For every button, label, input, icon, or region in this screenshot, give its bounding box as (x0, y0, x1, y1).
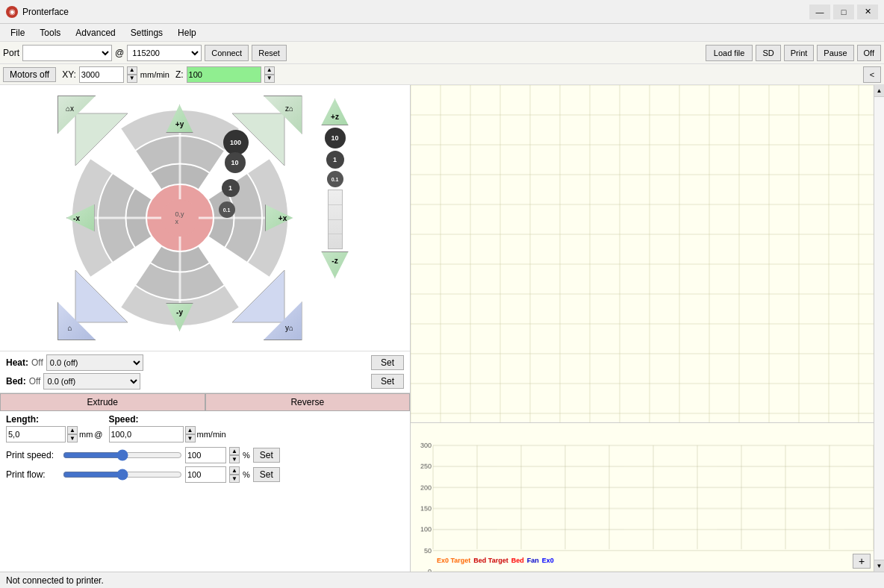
minimize-button[interactable]: — (809, 4, 830, 19)
baud-select[interactable]: 115200 (127, 45, 202, 61)
print-speed-input[interactable] (185, 447, 226, 463)
port-select[interactable] (22, 45, 112, 61)
speed-up-btn[interactable]: ▲ (185, 426, 196, 434)
collapse-button[interactable]: < (863, 66, 881, 83)
menu-advanced[interactable]: Advanced (68, 26, 122, 40)
length-input[interactable] (6, 426, 66, 442)
z-1-badge[interactable]: 1 (326, 151, 344, 169)
distance-1-badge[interactable]: 1 (222, 179, 240, 197)
pf-set-button[interactable]: Set (253, 467, 280, 482)
bed-row: Bed: Off 0.0 (off) Set (6, 373, 404, 390)
pf-up-btn[interactable]: ▲ (229, 466, 240, 475)
plus-z-button[interactable]: +z (316, 98, 355, 125)
length-input-row: ▲ ▼ mm @ (6, 426, 103, 442)
extrude-speed-input[interactable] (109, 426, 184, 442)
status-message: Not connected to printer. (6, 575, 104, 586)
menu-tools[interactable]: Tools (32, 26, 68, 40)
xy-up-btn[interactable]: ▲ (127, 66, 137, 75)
z-10-badge[interactable]: 10 (325, 128, 346, 148)
pf-down-btn[interactable]: ▼ (229, 475, 240, 483)
z-slider[interactable] (328, 190, 343, 249)
distance-01-badge[interactable]: 0.1 (219, 201, 235, 218)
z-down-btn[interactable]: ▼ (264, 75, 275, 83)
z-spinners: ▲ ▼ (264, 66, 275, 83)
app-icon (6, 6, 18, 18)
extrude-buttons: Extrude Reverse (0, 392, 410, 411)
menu-settings[interactable]: Settings (123, 26, 170, 40)
chart-plus-button[interactable]: + (853, 554, 871, 569)
print-flow-label: Print flow: (6, 469, 60, 480)
ps-spinners: ▲ ▼ (229, 447, 240, 463)
z-01-badge[interactable]: 0.1 (327, 171, 343, 187)
print-flow-row: Print flow: ▲ ▼ % Set (0, 465, 410, 484)
center-button[interactable]: 0,yx (161, 199, 199, 237)
ps-set-button[interactable]: Set (253, 448, 280, 463)
motors-off-button[interactable]: Motors off (3, 67, 56, 82)
heat-controls: Heat: Off 0.0 (off) Set Bed: Off 0.0 (of… (0, 351, 410, 392)
bed-select[interactable]: 0.0 (off) (43, 373, 140, 390)
speed-group: Speed: ▲ ▼ mm/min (109, 414, 226, 442)
heat-select[interactable]: 0.0 (off) (46, 354, 143, 371)
svg-marker-5 (75, 270, 128, 322)
z10-label: 10 (331, 134, 338, 142)
app-title: Pronterface (22, 7, 809, 17)
right-panel: + (411, 85, 874, 572)
reverse-button[interactable]: Reverse (205, 393, 411, 411)
xy-label: XY: (62, 69, 76, 80)
scroll-down-btn[interactable]: ▼ (874, 560, 884, 572)
ps-up-btn[interactable]: ▲ (229, 447, 240, 455)
z-up-btn[interactable]: ▲ (264, 66, 275, 75)
close-button[interactable]: ✕ (857, 4, 878, 19)
minus-z-button[interactable]: -z (316, 251, 355, 278)
jog-area: +y -y +x -x ⌂x (0, 85, 410, 351)
mm-min-label: mm/min (140, 70, 169, 79)
menu-file[interactable]: File (3, 26, 32, 40)
heat-set-button[interactable]: Set (371, 355, 404, 370)
heat-off-label: Off (31, 357, 43, 368)
xy-down-btn[interactable]: ▼ (127, 75, 137, 83)
z-speed-input[interactable] (187, 66, 261, 83)
print-speed-slider[interactable] (63, 449, 182, 461)
d100-label: 100 (230, 139, 241, 146)
off-button[interactable]: Off (857, 45, 881, 61)
minus-z-label: -z (332, 257, 337, 265)
main-content: +y -y +x -x ⌂x (0, 85, 884, 572)
scrollbar[interactable]: ▲ ▼ (874, 85, 884, 572)
length-up-btn[interactable]: ▲ (67, 426, 78, 434)
maximize-button[interactable]: □ (833, 4, 854, 19)
d10-label: 10 (231, 159, 238, 166)
bed-label: Bed: (6, 376, 26, 387)
length-down-btn[interactable]: ▼ (67, 434, 78, 442)
at-symbol2: @ (94, 430, 102, 439)
extrude-button[interactable]: Extrude (0, 393, 205, 411)
connect-button[interactable]: Connect (205, 45, 249, 61)
distance-10-badge[interactable]: 10 (225, 152, 246, 173)
d01-label: 0.1 (223, 207, 231, 213)
print-speed-label: Print speed: (6, 450, 60, 460)
toolbar: Port @ 115200 Connect Reset Load file SD… (0, 42, 884, 64)
reset-button[interactable]: Reset (252, 45, 287, 61)
speed-unit: mm/min (197, 430, 226, 439)
speed-input-row: ▲ ▼ mm/min (109, 426, 226, 442)
speed-spinners: ▲ ▼ (185, 426, 196, 442)
xy-speed-input[interactable] (79, 66, 124, 83)
ps-down-btn[interactable]: ▼ (229, 455, 240, 463)
distance-100-badge[interactable]: 100 (223, 130, 249, 155)
length-spinners: ▲ ▼ (67, 426, 78, 442)
z-jog: +z 10 1 0.1 (313, 91, 358, 278)
pause-button[interactable]: Pause (817, 45, 853, 61)
length-speed-row: Length: ▲ ▼ mm @ Speed: ▲ ▼ (0, 411, 410, 445)
print-flow-input[interactable] (185, 466, 226, 483)
chart-canvas (411, 423, 874, 572)
pf-spinners: ▲ ▼ (229, 466, 240, 483)
grid-canvas (411, 85, 874, 422)
center-label: 0,yx (175, 210, 184, 225)
print-flow-slider[interactable] (63, 469, 182, 481)
menu-help[interactable]: Help (170, 26, 204, 40)
print-button[interactable]: Print (784, 45, 815, 61)
scroll-up-btn[interactable]: ▲ (874, 85, 884, 97)
load-file-button[interactable]: Load file (706, 45, 753, 61)
bed-set-button[interactable]: Set (371, 374, 404, 389)
sd-button[interactable]: SD (756, 45, 780, 61)
speed-down-btn[interactable]: ▼ (185, 434, 196, 442)
